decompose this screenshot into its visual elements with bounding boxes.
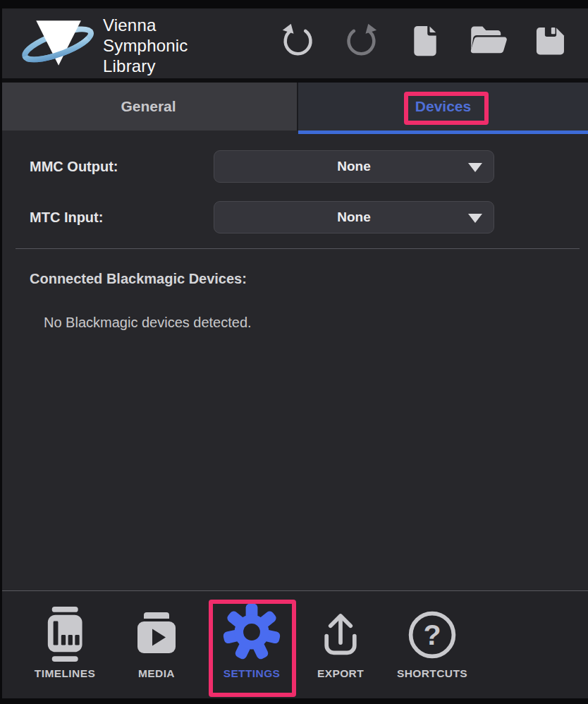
dropdown-caret-icon — [468, 214, 482, 223]
brand-title: Vienna Symphonic Library — [103, 15, 188, 76]
bottom-nav-bar: TIMELINES MEDIA — [0, 590, 588, 698]
save-button[interactable] — [532, 23, 569, 59]
nav-item-export[interactable]: EXPORT — [294, 604, 387, 694]
blackmagic-devices-status: No Blackmagic devices detected. — [44, 315, 252, 331]
nav-item-media[interactable]: MEDIA — [110, 604, 203, 694]
undo-icon — [280, 23, 317, 59]
export-icon — [314, 604, 367, 662]
window-top-edge — [0, 0, 588, 8]
brand-line: Vienna — [103, 15, 188, 35]
open-project-button[interactable] — [469, 23, 508, 59]
brand-line: Symphonic — [103, 35, 188, 56]
tab-devices-label: Devices — [415, 98, 471, 115]
nav-item-shortcuts[interactable]: ? SHORTCUTS — [386, 604, 479, 694]
nav-item-timelines[interactable]: TIMELINES — [18, 604, 111, 694]
save-icon — [532, 23, 569, 59]
vsl-settings-window: Vienna Symphonic Library — [0, 0, 588, 704]
mmc-output-row: MMC Output: None — [0, 150, 588, 183]
timelines-icon — [43, 604, 87, 662]
nav-item-settings[interactable]: SETTINGS — [205, 604, 298, 694]
dropdown-caret-icon — [468, 163, 482, 172]
svg-text:?: ? — [423, 619, 441, 651]
blackmagic-devices-heading: Connected Blackmagic Devices: — [30, 271, 247, 287]
tab-general[interactable]: General — [0, 83, 297, 131]
settings-gear-icon — [222, 604, 281, 662]
header-bar: Vienna Symphonic Library — [0, 8, 588, 78]
open-project-icon — [469, 23, 508, 59]
mtc-input-label: MTC Input: — [30, 201, 103, 233]
mmc-output-dropdown[interactable]: None — [214, 150, 494, 183]
mmc-output-label: MMC Output: — [30, 150, 118, 183]
tab-devices[interactable]: Devices — [298, 83, 588, 131]
mtc-input-dropdown[interactable]: None — [214, 201, 494, 233]
new-document-icon — [407, 23, 443, 59]
active-tab-underline — [298, 131, 588, 134]
redo-button[interactable] — [343, 23, 379, 59]
redo-icon — [343, 23, 379, 59]
window-left-edge — [0, 0, 2, 704]
media-icon — [134, 604, 179, 662]
undo-button[interactable] — [280, 23, 317, 59]
section-divider — [16, 248, 580, 249]
mtc-input-value: None — [337, 210, 371, 225]
nav-label-export: EXPORT — [317, 667, 364, 680]
brand-line: Library — [103, 56, 188, 76]
window-bottom-edge — [0, 698, 588, 704]
settings-tab-bar: General Devices — [0, 83, 588, 131]
tab-general-label: General — [121, 98, 176, 115]
nav-label-media: MEDIA — [138, 667, 175, 680]
vsl-logo — [18, 10, 100, 76]
new-project-button[interactable] — [407, 23, 443, 59]
tab-separator — [297, 83, 298, 131]
mtc-input-row: MTC Input: None — [0, 201, 588, 233]
nav-label-shortcuts: SHORTCUTS — [397, 667, 467, 680]
nav-label-timelines: TIMELINES — [35, 667, 95, 680]
shortcuts-icon: ? — [405, 604, 459, 662]
nav-label-settings: SETTINGS — [223, 667, 281, 680]
mmc-output-value: None — [337, 159, 371, 174]
